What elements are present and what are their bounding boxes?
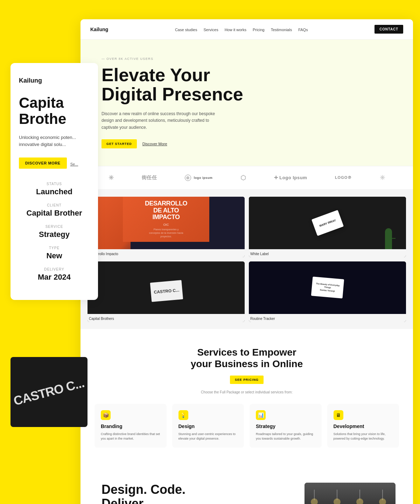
office-lights xyxy=(304,490,396,504)
hero-description: Discover a new realm of online success t… xyxy=(102,111,220,131)
service-card-strategy: 📊 Strategy Roadmaps tailored to your goa… xyxy=(250,404,322,448)
design-icon: 💡 xyxy=(178,410,188,420)
logo-symbol-3: ◎ xyxy=(185,175,191,181)
castro-preview-text: CASTRO C... xyxy=(12,376,86,408)
website-preview: Kailung Case studies Services How it wor… xyxy=(80,19,413,504)
portfolio-img-desarrollo: DESARROLLODE ALTOIMPACTO OIC Planes tran… xyxy=(88,197,245,249)
logo-symbol-7: ✳ xyxy=(380,174,385,182)
website-nav-links: Case studies Services How it works Prici… xyxy=(175,26,308,33)
desarrollo-title: DESARROLLODE ALTOIMPACTO xyxy=(145,200,187,221)
service-value: Strategy xyxy=(19,230,90,239)
light-3 xyxy=(359,490,363,504)
nav-contact-button[interactable]: CONTACT xyxy=(374,25,403,34)
service-card-design: 💡 Design Stunning and user-centric exper… xyxy=(172,404,244,448)
cactus-body xyxy=(385,228,392,249)
bottom-section: Design. Code. Deliver Our holistic appro… xyxy=(80,465,413,504)
branding-desc: Crafting distinctive brand identities th… xyxy=(101,432,160,441)
services-grid: 📦 Branding Crafting distinctive brand id… xyxy=(94,404,399,448)
delivery-value: Mar 2024 xyxy=(19,273,90,282)
service-label: SERVICE xyxy=(19,225,90,229)
desarrollo-bg-right xyxy=(131,242,201,249)
branding-icon: 📦 xyxy=(101,410,111,420)
services-subtitle: Choose the Full Package or select indivi… xyxy=(94,390,399,394)
see-pricing-button[interactable]: SEE PRICING xyxy=(230,376,264,384)
left-bottom-image: CASTRO C... xyxy=(10,357,88,427)
portfolio-label-capital: Capital Brothers xyxy=(88,314,245,322)
branding-name: Branding xyxy=(101,424,160,429)
nav-pricing[interactable]: Pricing xyxy=(253,28,265,32)
portfolio-item-desarrollo[interactable]: DESARROLLODE ALTOIMPACTO OIC Planes tran… xyxy=(88,197,245,257)
delivery-label: DELIVERY xyxy=(19,267,90,271)
development-desc: Solutions that bring your vision to life… xyxy=(334,432,393,441)
office-interior xyxy=(304,483,396,504)
portfolio-item-routine[interactable]: The Beauty of Everyday ThingsSoetau Yara… xyxy=(249,261,406,322)
bottom-text: Design. Code. Deliver Our holistic appro… xyxy=(102,483,290,504)
nav-faqs[interactable]: FAQs xyxy=(298,28,308,32)
services-title: Services to Empower your Business in Onl… xyxy=(94,346,399,370)
logo-item-5: ✛ Logo Ipsum xyxy=(274,175,307,180)
sidebar-brand: Kailung xyxy=(19,77,90,84)
logo-symbol-4: ⬡ xyxy=(240,174,246,182)
design-name: Design xyxy=(178,424,238,429)
nav-testimonials[interactable]: Testimonials xyxy=(271,28,292,32)
portfolio-label-routine: Routine Tracker xyxy=(249,314,406,322)
bottom-title: Design. Code. Deliver xyxy=(102,483,290,504)
strategy-icon: 📊 xyxy=(256,410,266,420)
business-card-white: MARY IRRAY xyxy=(311,210,343,236)
type-value: New xyxy=(19,251,90,260)
logo-symbol-2: 街任任 xyxy=(142,175,157,181)
design-desc: Stunning and user-centric experiences to… xyxy=(178,432,238,441)
meta-section: STATUS Launched CLIENT Capital Brother S… xyxy=(19,182,90,282)
hero-buttons: GET STARTED Discover More xyxy=(102,139,396,148)
status-value: Launched xyxy=(19,187,90,196)
hero-title: Elevate Your Digital Presence xyxy=(102,65,396,104)
hero-discover-link[interactable]: Discover More xyxy=(142,142,167,146)
client-value: Capital Brother xyxy=(19,209,90,218)
desarrollo-org: OIC xyxy=(163,223,169,226)
nav-case-studies[interactable]: Case studies xyxy=(175,28,197,32)
hero-section: — OVER 8K ACTIVE USERS Elevate Your Digi… xyxy=(80,40,413,166)
light-4 xyxy=(382,490,386,504)
logo-item-3: ◎ logo ipsum xyxy=(185,175,213,181)
see-link[interactable]: Se... xyxy=(70,162,78,166)
type-label: TYPE xyxy=(19,246,90,250)
service-card-branding: 📦 Branding Crafting distinctive brand id… xyxy=(94,404,167,448)
bottom-office-image xyxy=(304,483,396,504)
portfolio-img-castro: CASTRO C... xyxy=(88,261,245,314)
service-card-development: 🖥 Development Solutions that bring your … xyxy=(327,404,399,448)
client-name: Capita Brothe xyxy=(19,95,90,127)
logo-symbol-5: ✛ Logo Ipsum xyxy=(274,175,307,180)
logos-strip: ✳ 街任任 ◎ logo ipsum ⬡ ✛ Logo Ipsum LOGO℗ … xyxy=(80,166,413,190)
portfolio-img-routine: The Beauty of Everyday ThingsSoetau Yara… xyxy=(249,261,406,314)
portfolio-label-desarrollo: Desarrollo Impacto xyxy=(88,249,245,257)
hero-get-started-button[interactable]: GET STARTED xyxy=(102,139,137,148)
nav-how-it-works[interactable]: How it works xyxy=(225,28,246,32)
hero-eyebrow: — OVER 8K ACTIVE USERS xyxy=(102,57,396,61)
logo-symbol-6: LOGO℗ xyxy=(335,175,352,180)
client-label: CLIENT xyxy=(19,203,90,207)
status-label: STATUS xyxy=(19,182,90,186)
cactus-arm xyxy=(388,238,396,239)
discover-more-button[interactable]: DISCOVER MORE xyxy=(19,158,67,169)
light-1 xyxy=(314,490,318,504)
nav-services[interactable]: Services xyxy=(203,28,218,32)
client-tagline: Unlocking economic poten... innovative d… xyxy=(19,134,90,148)
website-navbar: Kailung Case studies Services How it wor… xyxy=(80,19,413,40)
meta-service: SERVICE Strategy xyxy=(19,225,90,239)
meta-status: STATUS Launched xyxy=(19,182,90,196)
meta-type: TYPE New xyxy=(19,246,90,260)
portfolio-item-capital[interactable]: CASTRO C... Capital Brothers xyxy=(88,261,245,322)
website-nav-logo: Kailung xyxy=(90,27,108,32)
logo-item-4: ⬡ xyxy=(240,174,246,182)
logo-item-1: ✳ xyxy=(108,174,114,182)
services-section: Services to Empower your Business in Onl… xyxy=(80,329,413,465)
logo-item-7: ✳ xyxy=(380,174,385,182)
portfolio-item-white-label[interactable]: MARY IRRAY White Label xyxy=(249,197,406,257)
development-name: Development xyxy=(334,424,393,429)
meta-delivery: DELIVERY Mar 2024 xyxy=(19,267,90,282)
portfolio-grid: DESARROLLODE ALTOIMPACTO OIC Planes tran… xyxy=(88,197,406,322)
strategy-desc: Roadmaps tailored to your goals, guiding… xyxy=(256,432,315,441)
logo-symbol-1: ✳ xyxy=(108,174,114,182)
development-icon: 🖥 xyxy=(334,410,343,420)
left-sidebar-panel: Kailung Capita Brothe Unlocking economic… xyxy=(10,63,98,300)
